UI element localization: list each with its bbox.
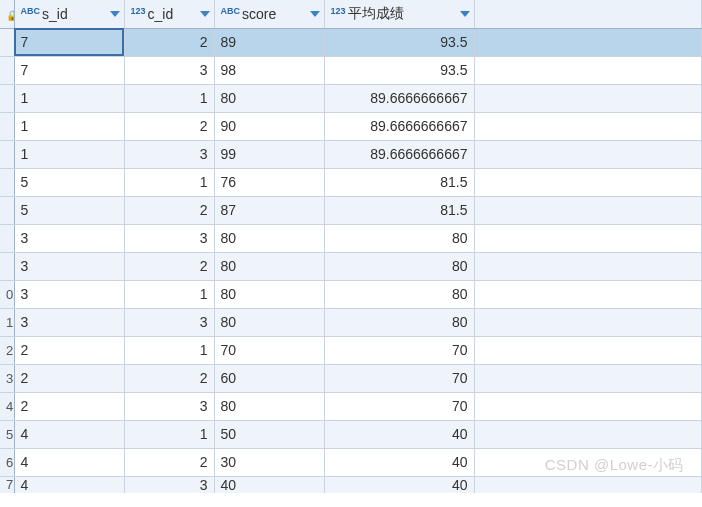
rownum-cell[interactable]: [0, 84, 14, 112]
cell-s_id[interactable]: 7: [14, 56, 124, 84]
cell-s_id[interactable]: 3: [14, 224, 124, 252]
cell-s_id[interactable]: 1: [14, 140, 124, 168]
rownum-cell[interactable]: [0, 56, 14, 84]
cell-score[interactable]: 40: [214, 476, 324, 493]
cell-c_id[interactable]: 3: [124, 476, 214, 493]
cell-avg[interactable]: 70: [324, 364, 474, 392]
cell-c_id[interactable]: 2: [124, 112, 214, 140]
rownum-cell[interactable]: [0, 168, 14, 196]
cell-s_id[interactable]: 2: [14, 392, 124, 420]
cell-score[interactable]: 80: [214, 84, 324, 112]
cell-empty[interactable]: [474, 112, 702, 140]
table-row[interactable]: 7434040: [0, 476, 702, 493]
table-row[interactable]: 728993.5: [0, 28, 702, 56]
cell-s_id[interactable]: 7: [14, 28, 124, 56]
cell-score[interactable]: 60: [214, 364, 324, 392]
cell-empty[interactable]: [474, 420, 702, 448]
cell-s_id[interactable]: 2: [14, 336, 124, 364]
sort-arrow-icon[interactable]: [200, 11, 210, 17]
rownum-cell[interactable]: 5: [0, 420, 14, 448]
cell-s_id[interactable]: 4: [14, 420, 124, 448]
cell-c_id[interactable]: 1: [124, 420, 214, 448]
rownum-cell[interactable]: [0, 196, 14, 224]
cell-avg[interactable]: 81.5: [324, 168, 474, 196]
cell-c_id[interactable]: 2: [124, 448, 214, 476]
cell-avg[interactable]: 80: [324, 224, 474, 252]
cell-avg[interactable]: 93.5: [324, 56, 474, 84]
cell-s_id[interactable]: 4: [14, 448, 124, 476]
cell-empty[interactable]: [474, 84, 702, 112]
table-row[interactable]: 118089.6666666667: [0, 84, 702, 112]
table-row[interactable]: 739893.5: [0, 56, 702, 84]
header-score[interactable]: ABCscore: [214, 0, 324, 28]
cell-score[interactable]: 30: [214, 448, 324, 476]
cell-avg[interactable]: 80: [324, 252, 474, 280]
rownum-cell[interactable]: 0: [0, 280, 14, 308]
rownum-cell[interactable]: 7: [0, 476, 14, 493]
cell-empty[interactable]: [474, 448, 702, 476]
cell-empty[interactable]: [474, 196, 702, 224]
table-row[interactable]: 6423040: [0, 448, 702, 476]
rownum-cell[interactable]: [0, 112, 14, 140]
table-row[interactable]: 517681.5: [0, 168, 702, 196]
cell-s_id[interactable]: 3: [14, 308, 124, 336]
cell-empty[interactable]: [474, 224, 702, 252]
cell-c_id[interactable]: 3: [124, 56, 214, 84]
cell-c_id[interactable]: 3: [124, 140, 214, 168]
cell-avg[interactable]: 89.6666666667: [324, 140, 474, 168]
cell-s_id[interactable]: 4: [14, 476, 124, 493]
cell-avg[interactable]: 93.5: [324, 28, 474, 56]
sort-arrow-icon[interactable]: [460, 11, 470, 17]
cell-empty[interactable]: [474, 280, 702, 308]
cell-score[interactable]: 87: [214, 196, 324, 224]
table-row[interactable]: 4238070: [0, 392, 702, 420]
cell-empty[interactable]: [474, 336, 702, 364]
table-row[interactable]: 2217070: [0, 336, 702, 364]
rownum-cell[interactable]: 2: [0, 336, 14, 364]
cell-c_id[interactable]: 1: [124, 336, 214, 364]
cell-empty[interactable]: [474, 252, 702, 280]
rownum-cell[interactable]: [0, 252, 14, 280]
cell-empty[interactable]: [474, 392, 702, 420]
rownum-cell[interactable]: [0, 28, 14, 56]
sort-arrow-icon[interactable]: [310, 11, 320, 17]
cell-s_id[interactable]: 5: [14, 196, 124, 224]
cell-avg[interactable]: 40: [324, 448, 474, 476]
cell-score[interactable]: 80: [214, 308, 324, 336]
cell-empty[interactable]: [474, 308, 702, 336]
cell-avg[interactable]: 89.6666666667: [324, 112, 474, 140]
cell-avg[interactable]: 70: [324, 392, 474, 420]
cell-s_id[interactable]: 3: [14, 280, 124, 308]
cell-s_id[interactable]: 1: [14, 84, 124, 112]
table-row[interactable]: 1338080: [0, 308, 702, 336]
cell-avg[interactable]: 40: [324, 476, 474, 493]
cell-score[interactable]: 98: [214, 56, 324, 84]
cell-score[interactable]: 80: [214, 280, 324, 308]
cell-c_id[interactable]: 2: [124, 196, 214, 224]
cell-score[interactable]: 70: [214, 336, 324, 364]
rownum-cell[interactable]: [0, 224, 14, 252]
cell-empty[interactable]: [474, 168, 702, 196]
cell-s_id[interactable]: 2: [14, 364, 124, 392]
table-row[interactable]: 129089.6666666667: [0, 112, 702, 140]
cell-score[interactable]: 80: [214, 252, 324, 280]
table-row[interactable]: 0318080: [0, 280, 702, 308]
table-row[interactable]: 528781.5: [0, 196, 702, 224]
cell-avg[interactable]: 89.6666666667: [324, 84, 474, 112]
cell-score[interactable]: 89: [214, 28, 324, 56]
cell-score[interactable]: 80: [214, 392, 324, 420]
cell-c_id[interactable]: 1: [124, 84, 214, 112]
sort-arrow-icon[interactable]: [110, 11, 120, 17]
table-row[interactable]: 5415040: [0, 420, 702, 448]
table-row[interactable]: 3226070: [0, 364, 702, 392]
cell-empty[interactable]: [474, 28, 702, 56]
cell-avg[interactable]: 80: [324, 308, 474, 336]
cell-s_id[interactable]: 3: [14, 252, 124, 280]
header-s_id[interactable]: ABCs_id: [14, 0, 124, 28]
header-c_id[interactable]: 123c_id: [124, 0, 214, 28]
cell-empty[interactable]: [474, 364, 702, 392]
cell-c_id[interactable]: 2: [124, 28, 214, 56]
rownum-cell[interactable]: 4: [0, 392, 14, 420]
cell-c_id[interactable]: 1: [124, 280, 214, 308]
cell-avg[interactable]: 40: [324, 420, 474, 448]
